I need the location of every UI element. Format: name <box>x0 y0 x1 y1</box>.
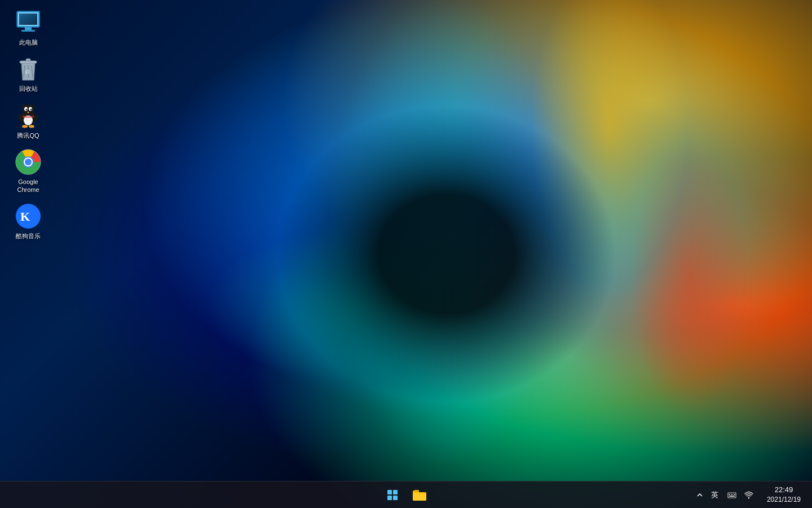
svg-rect-3 <box>21 30 35 32</box>
kuwo-music-icon: K <box>15 203 42 230</box>
kuwo-icon-label: 酷狗音乐 <box>16 232 41 240</box>
desktop-icon-kuwo[interactable]: K 酷狗音乐 <box>6 199 51 243</box>
svg-rect-32 <box>393 490 398 494</box>
start-button[interactable] <box>380 483 405 507</box>
desktop-icon-computer[interactable]: 此电脑 <box>6 6 51 50</box>
svg-rect-39 <box>734 494 735 495</box>
svg-point-21 <box>22 125 28 128</box>
taskbar: 英 <box>0 481 812 508</box>
file-explorer-button[interactable] <box>407 483 432 507</box>
svg-rect-35 <box>414 490 419 492</box>
svg-point-18 <box>30 108 32 110</box>
qq-icon-label: 腾讯QQ <box>17 132 39 139</box>
qq-icon <box>15 102 42 129</box>
monitor-icon <box>15 9 42 36</box>
clock-time: 22:49 <box>775 485 793 495</box>
desktop-area: 此电脑 ♻ 回收站 <box>0 0 56 249</box>
svg-rect-31 <box>387 490 392 494</box>
svg-rect-34 <box>393 496 398 500</box>
recycle-bin-icon-label: 回收站 <box>19 85 38 93</box>
network-icon <box>744 491 753 500</box>
clock-date: 2021/12/19 <box>767 495 801 505</box>
windows-logo-icon <box>387 490 398 500</box>
ime-button[interactable] <box>725 488 739 502</box>
svg-rect-33 <box>387 496 392 500</box>
wallpaper <box>0 0 812 508</box>
desktop-icon-qq[interactable]: 腾讯QQ <box>6 99 51 143</box>
svg-text:♻: ♻ <box>25 69 30 75</box>
language-label: 英 <box>711 491 718 499</box>
svg-rect-38 <box>731 494 732 495</box>
svg-point-17 <box>26 108 28 110</box>
chrome-icon-label: Google Chrome <box>8 178 48 194</box>
clock-area[interactable]: 22:49 2021/12/19 <box>760 481 807 509</box>
system-tray: 英 <box>691 481 812 509</box>
language-indicator[interactable]: 英 <box>708 488 722 502</box>
svg-point-28 <box>25 159 32 165</box>
desktop-icon-recycle[interactable]: ♻ 回收站 <box>6 52 51 96</box>
desktop-icon-chrome[interactable]: Google Chrome <box>6 145 51 198</box>
svg-rect-40 <box>729 496 735 497</box>
svg-text:K: K <box>20 209 30 224</box>
computer-icon-label: 此电脑 <box>19 38 38 46</box>
svg-rect-36 <box>728 493 736 498</box>
svg-point-22 <box>29 125 34 128</box>
chrome-icon <box>15 148 42 176</box>
taskbar-center-items <box>380 483 432 507</box>
svg-rect-5 <box>19 14 37 25</box>
show-hidden-icons-button[interactable] <box>695 491 704 500</box>
svg-rect-37 <box>729 494 730 495</box>
chevron-up-icon <box>697 492 703 498</box>
ime-icon <box>727 491 736 500</box>
tray-icons-area: 英 <box>691 488 760 502</box>
folder-icon <box>412 489 427 501</box>
network-button[interactable] <box>742 488 756 502</box>
recycle-bin-icon: ♻ <box>15 55 42 82</box>
svg-rect-2 <box>25 27 32 30</box>
svg-rect-7 <box>26 59 30 62</box>
